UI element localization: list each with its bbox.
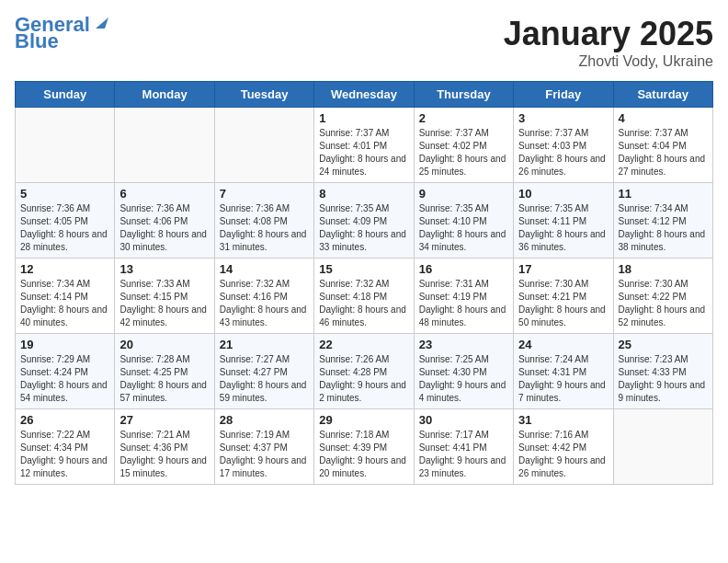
day-info: Sunrise: 7:17 AM Sunset: 4:41 PM Dayligh… <box>419 429 508 480</box>
day-number: 24 <box>518 338 608 351</box>
calendar-cell: 2Sunrise: 7:37 AM Sunset: 4:02 PM Daylig… <box>414 108 513 183</box>
calendar-cell <box>115 108 214 183</box>
day-number: 26 <box>20 413 109 427</box>
day-number: 14 <box>220 262 309 276</box>
day-number: 23 <box>419 338 508 351</box>
calendar-week-4: 26Sunrise: 7:22 AM Sunset: 4:34 PM Dayli… <box>16 409 713 485</box>
calendar-cell: 6Sunrise: 7:36 AM Sunset: 4:06 PM Daylig… <box>115 183 214 259</box>
calendar-cell <box>214 108 313 183</box>
calendar-cell: 15Sunrise: 7:32 AM Sunset: 4:18 PM Dayli… <box>314 259 414 334</box>
day-number: 27 <box>119 413 209 427</box>
calendar-week-2: 12Sunrise: 7:34 AM Sunset: 4:14 PM Dayli… <box>16 259 713 334</box>
day-info: Sunrise: 7:28 AM Sunset: 4:25 PM Dayligh… <box>119 353 209 405</box>
calendar-cell: 16Sunrise: 7:31 AM Sunset: 4:19 PM Dayli… <box>414 259 513 334</box>
day-number: 28 <box>220 413 309 427</box>
calendar-cell: 10Sunrise: 7:35 AM Sunset: 4:11 PM Dayli… <box>514 183 613 259</box>
calendar-cell: 31Sunrise: 7:16 AM Sunset: 4:42 PM Dayli… <box>514 409 613 485</box>
calendar-cell <box>613 409 712 485</box>
calendar-cell: 14Sunrise: 7:32 AM Sunset: 4:16 PM Dayli… <box>214 259 313 334</box>
calendar-cell: 26Sunrise: 7:22 AM Sunset: 4:34 PM Dayli… <box>16 409 115 485</box>
calendar-cell: 18Sunrise: 7:30 AM Sunset: 4:22 PM Dayli… <box>613 259 712 334</box>
day-number: 5 <box>20 187 109 201</box>
calendar-cell: 1Sunrise: 7:37 AM Sunset: 4:01 PM Daylig… <box>314 108 414 183</box>
calendar-table: SundayMondayTuesdayWednesdayThursdayFrid… <box>15 81 713 485</box>
calendar-cell: 21Sunrise: 7:27 AM Sunset: 4:27 PM Dayli… <box>214 334 313 409</box>
day-info: Sunrise: 7:18 AM Sunset: 4:39 PM Dayligh… <box>319 429 408 480</box>
day-number: 7 <box>220 187 309 201</box>
calendar-cell: 23Sunrise: 7:25 AM Sunset: 4:30 PM Dayli… <box>414 334 513 409</box>
location-subtitle: Zhovti Vody, Ukraine <box>504 53 713 70</box>
day-number: 6 <box>119 187 209 201</box>
calendar-cell: 17Sunrise: 7:30 AM Sunset: 4:21 PM Dayli… <box>514 259 613 334</box>
day-number: 18 <box>619 262 708 276</box>
day-number: 2 <box>419 111 508 125</box>
day-info: Sunrise: 7:34 AM Sunset: 4:12 PM Dayligh… <box>619 202 708 254</box>
day-number: 20 <box>119 338 209 351</box>
weekday-header-row: SundayMondayTuesdayWednesdayThursdayFrid… <box>16 82 713 108</box>
calendar-cell: 9Sunrise: 7:35 AM Sunset: 4:10 PM Daylig… <box>414 183 513 259</box>
weekday-header-monday: Monday <box>115 82 214 108</box>
calendar-cell: 19Sunrise: 7:29 AM Sunset: 4:24 PM Dayli… <box>16 334 115 409</box>
day-info: Sunrise: 7:22 AM Sunset: 4:34 PM Dayligh… <box>20 429 109 480</box>
logo: General Blue <box>15 15 108 52</box>
calendar-cell: 3Sunrise: 7:37 AM Sunset: 4:03 PM Daylig… <box>514 108 613 183</box>
day-info: Sunrise: 7:29 AM Sunset: 4:24 PM Dayligh… <box>20 353 109 405</box>
calendar-cell <box>16 108 115 183</box>
title-block: January 2025 Zhovti Vody, Ukraine <box>504 15 713 70</box>
day-info: Sunrise: 7:33 AM Sunset: 4:15 PM Dayligh… <box>119 278 209 329</box>
day-info: Sunrise: 7:30 AM Sunset: 4:22 PM Dayligh… <box>619 278 708 329</box>
weekday-header-sunday: Sunday <box>16 82 115 108</box>
day-number: 29 <box>319 413 408 427</box>
day-info: Sunrise: 7:36 AM Sunset: 4:05 PM Dayligh… <box>20 202 109 254</box>
calendar-cell: 5Sunrise: 7:36 AM Sunset: 4:05 PM Daylig… <box>16 183 115 259</box>
day-info: Sunrise: 7:21 AM Sunset: 4:36 PM Dayligh… <box>119 429 209 480</box>
day-number: 15 <box>319 262 408 276</box>
day-info: Sunrise: 7:32 AM Sunset: 4:18 PM Dayligh… <box>319 278 408 329</box>
day-info: Sunrise: 7:35 AM Sunset: 4:11 PM Dayligh… <box>518 202 608 254</box>
day-number: 21 <box>220 338 309 351</box>
day-info: Sunrise: 7:24 AM Sunset: 4:31 PM Dayligh… <box>518 353 608 405</box>
calendar-cell: 8Sunrise: 7:35 AM Sunset: 4:09 PM Daylig… <box>314 183 414 259</box>
day-info: Sunrise: 7:27 AM Sunset: 4:27 PM Dayligh… <box>220 353 309 405</box>
day-info: Sunrise: 7:26 AM Sunset: 4:28 PM Dayligh… <box>319 353 408 405</box>
calendar-cell: 28Sunrise: 7:19 AM Sunset: 4:37 PM Dayli… <box>214 409 313 485</box>
day-number: 4 <box>619 111 708 125</box>
month-title: January 2025 <box>504 15 713 53</box>
calendar-cell: 30Sunrise: 7:17 AM Sunset: 4:41 PM Dayli… <box>414 409 513 485</box>
calendar-cell: 24Sunrise: 7:24 AM Sunset: 4:31 PM Dayli… <box>514 334 613 409</box>
day-info: Sunrise: 7:37 AM Sunset: 4:02 PM Dayligh… <box>419 127 508 178</box>
day-info: Sunrise: 7:35 AM Sunset: 4:10 PM Dayligh… <box>419 202 508 254</box>
day-info: Sunrise: 7:32 AM Sunset: 4:16 PM Dayligh… <box>220 278 309 329</box>
page-header: General Blue January 2025 Zhovti Vody, U… <box>15 15 713 70</box>
day-info: Sunrise: 7:37 AM Sunset: 4:04 PM Dayligh… <box>619 127 708 178</box>
day-info: Sunrise: 7:35 AM Sunset: 4:09 PM Dayligh… <box>319 202 408 254</box>
day-number: 16 <box>419 262 508 276</box>
svg-marker-0 <box>96 17 108 29</box>
day-info: Sunrise: 7:34 AM Sunset: 4:14 PM Dayligh… <box>20 278 109 329</box>
weekday-header-wednesday: Wednesday <box>314 82 414 108</box>
calendar-week-1: 5Sunrise: 7:36 AM Sunset: 4:05 PM Daylig… <box>16 183 713 259</box>
day-number: 12 <box>20 262 109 276</box>
day-info: Sunrise: 7:37 AM Sunset: 4:01 PM Dayligh… <box>319 127 408 178</box>
calendar-cell: 29Sunrise: 7:18 AM Sunset: 4:39 PM Dayli… <box>314 409 414 485</box>
calendar-cell: 11Sunrise: 7:34 AM Sunset: 4:12 PM Dayli… <box>613 183 712 259</box>
calendar-cell: 12Sunrise: 7:34 AM Sunset: 4:14 PM Dayli… <box>16 259 115 334</box>
day-number: 10 <box>518 187 608 201</box>
day-info: Sunrise: 7:25 AM Sunset: 4:30 PM Dayligh… <box>419 353 508 405</box>
day-info: Sunrise: 7:30 AM Sunset: 4:21 PM Dayligh… <box>518 278 608 329</box>
calendar-week-0: 1Sunrise: 7:37 AM Sunset: 4:01 PM Daylig… <box>16 108 713 183</box>
day-number: 19 <box>20 338 109 351</box>
calendar-cell: 27Sunrise: 7:21 AM Sunset: 4:36 PM Dayli… <box>115 409 214 485</box>
weekday-header-thursday: Thursday <box>414 82 513 108</box>
day-number: 25 <box>619 338 708 351</box>
day-number: 8 <box>319 187 408 201</box>
day-number: 30 <box>419 413 508 427</box>
day-number: 11 <box>619 187 708 201</box>
calendar-cell: 4Sunrise: 7:37 AM Sunset: 4:04 PM Daylig… <box>613 108 712 183</box>
calendar-cell: 13Sunrise: 7:33 AM Sunset: 4:15 PM Dayli… <box>115 259 214 334</box>
weekday-header-saturday: Saturday <box>613 82 712 108</box>
calendar-cell: 7Sunrise: 7:36 AM Sunset: 4:08 PM Daylig… <box>214 183 313 259</box>
calendar-cell: 22Sunrise: 7:26 AM Sunset: 4:28 PM Dayli… <box>314 334 414 409</box>
day-info: Sunrise: 7:31 AM Sunset: 4:19 PM Dayligh… <box>419 278 508 329</box>
day-number: 3 <box>518 111 608 125</box>
